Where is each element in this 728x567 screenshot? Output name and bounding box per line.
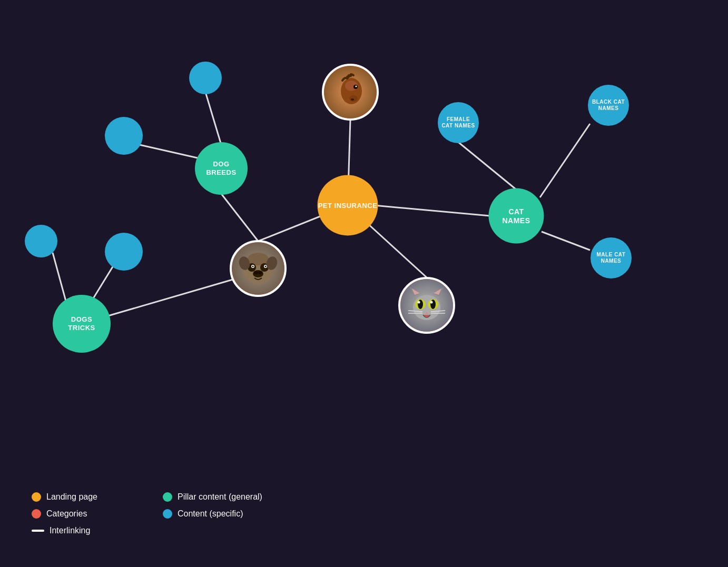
dogs-tricks-node[interactable]: DOGSTRICKS [53, 295, 111, 353]
legend-dot-specific [163, 509, 172, 519]
legend-dot-categories [32, 509, 41, 519]
legend-dot-pillar [163, 492, 172, 502]
cat-node[interactable] [398, 277, 455, 334]
pet-insurance-node[interactable]: PET INSURANCE [318, 175, 378, 236]
svg-point-41 [418, 301, 420, 304]
black-cat-names-node[interactable]: BLACK CATNAMES [588, 85, 629, 126]
svg-line-9 [205, 92, 221, 145]
blue-node-2 [105, 117, 143, 155]
svg-line-5 [540, 124, 590, 197]
legend-dash-interlinking [32, 530, 44, 532]
svg-point-42 [430, 301, 433, 304]
svg-line-6 [542, 232, 590, 250]
svg-point-27 [253, 270, 263, 277]
svg-point-15 [349, 95, 358, 102]
dog-breeds-node[interactable]: DOGBREEDS [195, 142, 248, 195]
svg-line-10 [140, 145, 198, 158]
legend-landing-page: Landing page [32, 492, 131, 502]
legend-label-landing: Landing page [46, 492, 97, 502]
male-cat-names-node[interactable]: MALE CATNAMES [591, 237, 632, 278]
female-cat-names-label: FEMALECAT NAMES [441, 116, 475, 129]
svg-point-17 [356, 86, 357, 87]
svg-line-4 [458, 142, 516, 190]
svg-point-29 [258, 271, 262, 274]
legend-dot-landing [32, 492, 41, 502]
legend-label-interlinking: Interlinking [50, 526, 90, 535]
legend-content-specific: Content (specific) [163, 509, 262, 519]
pug-node[interactable] [230, 240, 287, 297]
svg-line-7 [221, 194, 258, 241]
legend-label-categories: Categories [46, 509, 87, 519]
svg-point-18 [351, 98, 354, 101]
legend-pillar: Pillar content (general) [163, 492, 262, 502]
cat-names-node[interactable]: CATNAMES [489, 188, 544, 244]
svg-point-28 [254, 271, 258, 274]
black-cat-names-label: BLACK CATNAMES [592, 99, 625, 112]
horse-node[interactable] [322, 64, 379, 121]
svg-point-25 [252, 266, 254, 267]
legend-label-pillar: Pillar content (general) [178, 492, 262, 502]
svg-line-8 [108, 279, 234, 316]
male-cat-names-label: MALE CATNAMES [597, 252, 626, 264]
svg-line-3 [374, 205, 490, 216]
blue-node-1 [189, 62, 222, 94]
legend-interlinking: Interlinking [32, 526, 131, 535]
legend-categories: Categories [32, 509, 131, 519]
svg-point-26 [265, 266, 267, 267]
dogs-tricks-label: DOGSTRICKS [68, 315, 95, 332]
legend-label-specific: Content (specific) [178, 509, 243, 519]
female-cat-names-node[interactable]: FEMALECAT NAMES [438, 102, 479, 143]
dog-breeds-label: DOGBREEDS [206, 160, 236, 176]
blue-node-4 [105, 233, 143, 271]
svg-line-12 [92, 266, 113, 300]
pet-insurance-label: PET INSURANCE [318, 201, 378, 210]
blue-node-3 [25, 225, 57, 257]
legend: Landing page Pillar content (general) Ca… [32, 492, 262, 535]
cat-names-label: CATNAMES [502, 207, 530, 225]
